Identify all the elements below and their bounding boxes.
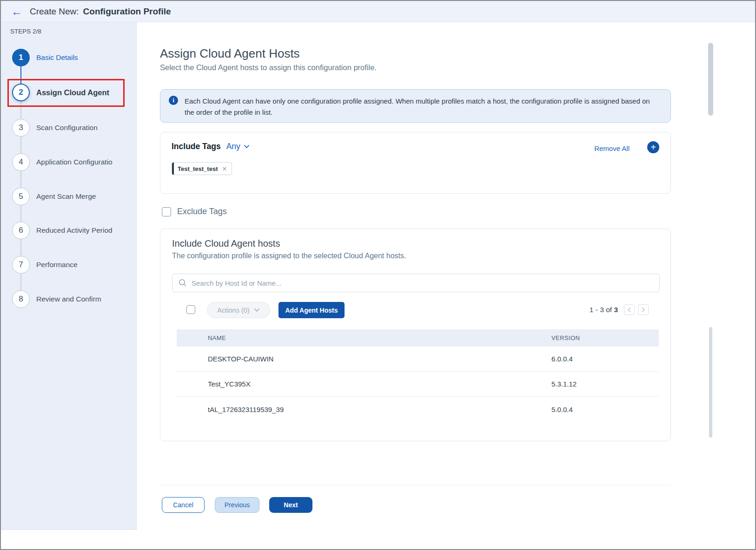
add-tag-button[interactable]: + (647, 141, 659, 153)
include-hosts-card: Include Cloud Agent hosts The configurat… (160, 229, 671, 441)
page: ← Create New: Configuration Profile STEP… (0, 0, 756, 550)
column-header-version: VERSION (551, 334, 659, 341)
pagination: 1 - 3 of 3 (590, 304, 649, 315)
step-number-badge: 1 (12, 49, 30, 66)
column-header-name: NAME (208, 334, 551, 341)
tag-remove-icon[interactable]: ✕ (222, 165, 227, 172)
step-number-badge: 3 (12, 119, 30, 137)
sidebar-step-reduced-activity-period[interactable]: 6 Reduced Activity Period (12, 222, 113, 239)
page-scrollbar-thumb[interactable] (708, 43, 713, 116)
step-label: Agent Scan Merge (36, 192, 96, 201)
step-number-badge: 4 (12, 153, 30, 171)
host-name-cell: tAL_1726323119539_39 (208, 406, 551, 413)
tag-chip: Test_test_test ✕ (172, 162, 232, 175)
host-version-cell: 5.0.0.4 (551, 406, 659, 413)
sidebar-step-agent-scan-merge[interactable]: 5 Agent Scan Merge (12, 188, 96, 205)
host-search-box (172, 274, 660, 292)
sidebar-step-application-configuration[interactable]: 4 Application Configuratio (12, 153, 113, 171)
pagination-range: 1 - 3 of 3 (590, 306, 618, 314)
info-banner: i Each Cloud Agent can have only one con… (160, 89, 671, 123)
host-version-cell: 6.0.0.4 (551, 355, 659, 363)
select-all-hosts-checkbox[interactable] (186, 305, 195, 314)
tags-operator-dropdown[interactable]: Any (226, 142, 250, 151)
info-banner-text: Each Cloud Agent can have only one confi… (185, 96, 657, 122)
step-label: Reduced Activity Period (36, 226, 113, 235)
chevron-down-icon (254, 308, 260, 312)
previous-button[interactable]: Previous (215, 497, 259, 513)
next-button[interactable]: Next (269, 497, 312, 513)
sidebar-step-review-and-confirm[interactable]: 8 Review and Confirm (12, 290, 101, 308)
page-title: Configuration Profile (83, 7, 171, 17)
back-arrow-icon[interactable]: ← (11, 6, 22, 17)
steps-sidebar: STEPS 2/8 1 Basic Details 2 Assign Cloud… (1, 22, 137, 530)
pagination-prev-button[interactable] (624, 304, 635, 315)
step-number-badge: 5 (12, 188, 30, 205)
step-number-badge: 7 (12, 256, 30, 274)
info-icon: i (169, 96, 178, 105)
host-search-input[interactable] (192, 279, 659, 287)
step-number-badge: 6 (12, 222, 30, 239)
step-number-badge: 8 (12, 290, 30, 308)
table-row[interactable]: tAL_1726323119539_39 5.0.0.4 (177, 397, 659, 422)
table-scrollbar-thumb[interactable] (709, 327, 712, 438)
top-header: ← Create New: Configuration Profile (1, 1, 755, 22)
exclude-tags-label: Exclude Tags (177, 207, 227, 216)
exclude-tags-checkbox[interactable] (162, 207, 171, 216)
bottom-strip (1, 530, 137, 549)
hosts-section-title: Include Cloud Agent hosts (172, 238, 280, 249)
include-tags-card: Include Tags Any Remove All + Test_test_… (160, 132, 671, 194)
section-title: Assign Cloud Agent Hosts (160, 46, 300, 61)
pagination-next-button[interactable] (638, 304, 649, 315)
search-icon (179, 279, 187, 287)
chevron-down-icon (244, 144, 250, 149)
step-label: Basic Details (36, 53, 78, 62)
hosts-section-subtitle: The configuration profile is assigned to… (172, 252, 406, 260)
step-label: Scan Configuration (36, 124, 98, 132)
host-name-cell: Test_YC395X (208, 380, 551, 388)
sidebar-step-performance[interactable]: 7 Performance (12, 256, 78, 274)
sidebar-step-basic-details[interactable]: 1 Basic Details (12, 49, 78, 66)
chevron-right-icon (641, 307, 645, 313)
tag-color-bar (172, 163, 174, 175)
sidebar-step-scan-configuration[interactable]: 3 Scan Configuration (12, 119, 98, 137)
host-name-cell: DESKTOP-CAUIWIN (208, 355, 551, 363)
chevron-left-icon (627, 307, 631, 313)
include-tags-title: Include Tags (172, 142, 221, 151)
remove-all-link[interactable]: Remove All (594, 144, 630, 152)
add-agent-hosts-button[interactable]: Add Agent Hosts (279, 302, 345, 318)
page-title-prefix: Create New: (30, 7, 79, 17)
steps-progress-label: STEPS 2/8 (10, 28, 41, 35)
table-row[interactable]: Test_YC395X 5.3.1.12 (177, 372, 659, 397)
table-row[interactable]: DESKTOP-CAUIWIN 6.0.0.4 (177, 347, 659, 372)
section-subtitle: Select the Cloud Agent hosts to assign t… (160, 63, 377, 72)
cancel-button[interactable]: Cancel (162, 497, 205, 513)
host-version-cell: 5.3.1.12 (551, 380, 659, 388)
step-label: Performance (36, 261, 78, 269)
footer-divider (160, 485, 671, 485)
tag-label: Test_test_test (178, 165, 218, 172)
hosts-table: NAME VERSION DESKTOP-CAUIWIN 6.0.0.4 Tes… (177, 329, 659, 422)
step-label: Application Configuratio (36, 158, 113, 166)
hosts-table-header: NAME VERSION (177, 329, 659, 347)
step-label: Review and Confirm (36, 295, 101, 303)
annotation-highlight-red-box (7, 79, 125, 107)
actions-dropdown-button[interactable]: Actions (0) (207, 302, 270, 318)
